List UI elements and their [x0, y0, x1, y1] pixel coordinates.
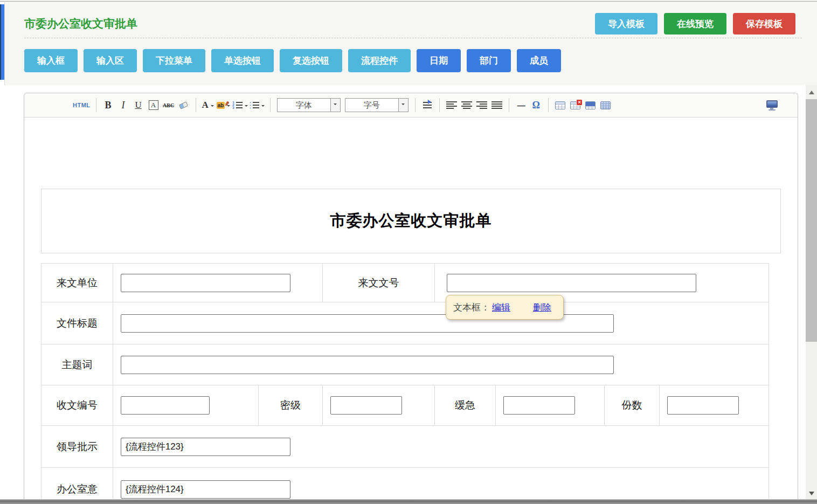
- component-button-checkbox[interactable]: 复选按钮: [280, 49, 342, 72]
- page-title: 市委办公室收文审批单: [24, 16, 595, 31]
- copies-cell: [660, 385, 769, 426]
- receipt-number-input[interactable]: [121, 396, 210, 415]
- header-row: 市委办公室收文审批单 导入模板 在线预览 保存模板: [5, 2, 817, 37]
- receipt-number-cell: [113, 385, 259, 426]
- component-button-flow-control[interactable]: 流程控件: [348, 49, 411, 72]
- caret-down-icon: [261, 105, 265, 108]
- remove-format-button[interactable]: [177, 98, 190, 112]
- toolbar-separator: [509, 98, 509, 112]
- background-sidebar-sliver: [0, 4, 4, 80]
- editor-content[interactable]: 市委办公室收文审批单 来文单位 来文文号 文件标题: [24, 189, 798, 504]
- urgency-input[interactable]: [503, 396, 575, 415]
- component-button-radio[interactable]: 单选按钮: [211, 49, 274, 72]
- table-row: 领导批示: [41, 426, 769, 468]
- align-justify-icon: [491, 101, 502, 109]
- delete-field-link[interactable]: 删除: [533, 301, 551, 314]
- leader-instructions-label: 领导批示: [41, 426, 113, 468]
- component-button-member[interactable]: 成员: [517, 49, 561, 72]
- security-level-input[interactable]: [330, 396, 402, 415]
- component-button-input-area[interactable]: 输入区: [84, 49, 137, 72]
- table-properties-button[interactable]: [599, 98, 612, 112]
- copies-input[interactable]: [667, 396, 739, 415]
- align-left-button[interactable]: [445, 98, 458, 112]
- font-color-button[interactable]: A: [202, 98, 214, 112]
- component-buttons-row: 输入框 输入区 下拉菜单 单选按钮 复选按钮 流程控件 日期 部门 成员: [5, 38, 817, 72]
- strikethrough-button[interactable]: ABC: [162, 98, 175, 112]
- component-button-dropdown[interactable]: 下拉菜单: [143, 49, 205, 72]
- bold-button[interactable]: B: [102, 98, 115, 112]
- delete-table-button[interactable]: [569, 98, 582, 112]
- component-button-date[interactable]: 日期: [417, 49, 461, 72]
- leader-instructions-cell: [113, 426, 769, 468]
- leader-instructions-input[interactable]: [121, 438, 290, 456]
- table-row: 收文编号 密级 缓急 份数: [41, 385, 769, 426]
- field-action-tooltip: 文本框： 编辑 删除: [446, 295, 564, 320]
- incoming-doc-number-label: 来文文号: [323, 264, 435, 302]
- table-grid-icon: [600, 101, 611, 109]
- special-character-button[interactable]: Ω: [530, 98, 543, 112]
- edit-field-link[interactable]: 编辑: [492, 301, 510, 314]
- font-size-select[interactable]: 字号: [345, 98, 408, 112]
- online-preview-button[interactable]: 在线预览: [664, 13, 726, 34]
- source-unit-input[interactable]: [121, 274, 290, 292]
- align-center-button[interactable]: [460, 98, 473, 112]
- font-family-value: 字体: [278, 99, 330, 112]
- align-justify-button[interactable]: [490, 98, 503, 112]
- toolbar-separator: [548, 98, 549, 112]
- component-button-input-box[interactable]: 输入框: [24, 49, 78, 72]
- editor-toolbar: HTML B I U A ABC A ab 123 ••• 字体 字号: [24, 93, 798, 118]
- delete-table-icon: [570, 101, 580, 109]
- eraser-icon: [179, 101, 188, 109]
- document-title: 市委办公室收文审批单: [330, 210, 492, 232]
- caret-down-icon: [401, 103, 405, 107]
- security-level-cell: [323, 385, 435, 426]
- highlight-color-button[interactable]: ab: [217, 98, 231, 112]
- document-title-box: 市委办公室收文审批单: [41, 189, 781, 253]
- italic-button[interactable]: I: [117, 98, 130, 112]
- horizontal-rule-button[interactable]: —: [515, 98, 528, 112]
- office-opinion-input[interactable]: [121, 480, 290, 499]
- ordered-list-icon: 123: [232, 101, 242, 109]
- highlight-icon: ab: [217, 102, 225, 109]
- ordered-list-button[interactable]: 123: [232, 98, 247, 112]
- select-arrow-button[interactable]: [330, 99, 340, 112]
- source-unit-label: 来文单位: [41, 264, 113, 302]
- insert-table-button[interactable]: [554, 98, 567, 112]
- scroll-down-button[interactable]: [806, 488, 817, 499]
- unordered-list-button[interactable]: •••: [250, 98, 265, 112]
- table-row: 主题词: [41, 344, 769, 385]
- source-unit-cell: [113, 264, 323, 302]
- scrollbar-thumb[interactable]: [806, 99, 817, 342]
- align-right-button[interactable]: [475, 98, 488, 112]
- fullscreen-button[interactable]: [765, 98, 778, 112]
- background-page-sliver: [0, 2, 4, 504]
- save-template-button[interactable]: 保存模板: [733, 13, 795, 34]
- font-family-select[interactable]: 字体: [277, 98, 341, 112]
- office-opinion-cell: [113, 468, 769, 504]
- subject-words-input[interactable]: [121, 356, 614, 374]
- urgency-label: 缓急: [435, 385, 496, 426]
- underline-button[interactable]: U: [132, 98, 145, 112]
- toolbar-separator: [196, 98, 196, 112]
- table-row: 文件标题: [41, 302, 769, 344]
- select-arrow-button[interactable]: [398, 99, 408, 112]
- align-right-icon: [476, 101, 487, 109]
- receipt-number-label: 收文编号: [41, 385, 113, 426]
- table-header-button[interactable]: [584, 98, 597, 112]
- table-row: 来文单位 来文文号: [41, 264, 769, 302]
- vertical-scrollbar[interactable]: [806, 85, 817, 500]
- character-style-button[interactable]: A: [147, 98, 160, 112]
- indent-button[interactable]: [421, 98, 434, 112]
- window-bottom-edge: [0, 499, 817, 504]
- header-buttons: 导入模板 在线预览 保存模板: [595, 13, 795, 34]
- html-source-button[interactable]: HTML: [73, 98, 91, 112]
- align-center-icon: [461, 101, 472, 109]
- incoming-doc-number-input[interactable]: [447, 274, 696, 292]
- scroll-up-button[interactable]: [806, 86, 817, 97]
- component-button-department[interactable]: 部门: [467, 49, 511, 72]
- monitor-icon: [766, 100, 778, 108]
- import-template-button[interactable]: 导入模板: [595, 13, 657, 34]
- toolbar-separator: [270, 98, 271, 112]
- subject-words-cell: [113, 344, 769, 385]
- table-row: 办公室意: [41, 468, 769, 504]
